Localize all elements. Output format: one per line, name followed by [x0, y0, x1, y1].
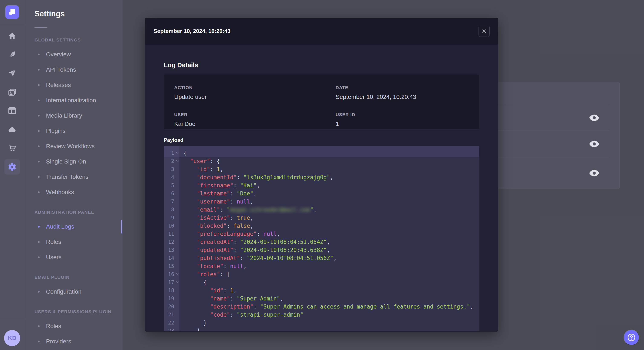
- fold-chevron-icon[interactable]: [176, 273, 179, 275]
- modal-title: September 10, 2024, 10:20:43: [154, 28, 230, 34]
- code-line-1: 1{: [164, 149, 480, 157]
- code-line-18: 18 "id": 1,: [164, 286, 480, 295]
- code-line-12: 12 "createdAt": "2024-09-10T08:04:51.054…: [164, 238, 480, 246]
- log-details-heading: Log Details: [164, 61, 480, 69]
- code-line-17: 17 {: [164, 278, 480, 286]
- field-value: September 10, 2024, 10:20:43: [336, 94, 479, 100]
- code-text: ]: [179, 327, 480, 331]
- line-number: 5: [164, 181, 179, 189]
- close-button[interactable]: [478, 26, 490, 37]
- line-number: 17: [164, 278, 179, 286]
- line-number: 2: [164, 157, 179, 165]
- code-text: {: [179, 278, 480, 286]
- field-value: Kai Doe: [174, 121, 336, 127]
- code-text: {: [179, 149, 480, 157]
- code-text: "updatedAt": "2024-09-10T08:20:43.638Z",: [179, 246, 480, 254]
- line-number: 9: [164, 214, 179, 222]
- code-text: "username": null,: [179, 197, 480, 206]
- line-number: 11: [164, 230, 179, 238]
- code-line-7: 7 "username": null,: [164, 197, 480, 206]
- code-line-20: 20 "description": "Super Admins can acce…: [164, 303, 480, 311]
- line-number: 8: [164, 206, 179, 214]
- code-text: "code": "strapi-super-admin": [179, 311, 480, 319]
- line-number: 16: [164, 270, 179, 278]
- line-number: 23: [164, 327, 179, 331]
- payload-code-editor[interactable]: 1{2 "user": {3 "id": 1,4 "documentId": "…: [164, 146, 480, 331]
- line-number: 19: [164, 295, 179, 303]
- code-text: "name": "Super Admin",: [179, 295, 480, 303]
- code-text: "roles": [: [179, 270, 480, 278]
- code-line-9: 9 "isActive": true,: [164, 214, 480, 222]
- line-number: 22: [164, 319, 179, 327]
- modal-body: Log Details ACTION Update user DATE Sept…: [145, 61, 498, 331]
- code-line-8: 8 "email": "megan.schroeder@mail.com",: [164, 206, 480, 214]
- field-value: Update user: [174, 94, 336, 100]
- field-date: DATE September 10, 2024, 10:20:43: [336, 85, 479, 102]
- code-text: "description": "Super Admins can access …: [179, 303, 480, 311]
- code-line-4: 4 "documentId": "ls3uk3g1xm4ltdrdugzajg0…: [164, 173, 480, 181]
- line-number: 4: [164, 173, 179, 181]
- field-label: USER: [174, 112, 336, 117]
- code-line-11: 11 "preferedLanguage": null,: [164, 230, 480, 238]
- line-number: 13: [164, 246, 179, 254]
- code-line-21: 21 "code": "strapi-super-admin": [164, 311, 480, 319]
- line-number: 6: [164, 189, 179, 197]
- code-line-10: 10 "blocked": false,: [164, 222, 480, 230]
- code-line-13: 13 "updatedAt": "2024-09-10T08:20:43.638…: [164, 246, 480, 254]
- code-line-22: 22 }: [164, 319, 480, 327]
- line-number: 15: [164, 262, 179, 270]
- code-text: "email": "megan.schroeder@mail.com",: [179, 206, 480, 214]
- code-text: "preferedLanguage": null,: [179, 230, 480, 238]
- code-line-23: 23 ]: [164, 327, 480, 331]
- code-text: "blocked": false,: [179, 222, 480, 230]
- code-text: "id": 1,: [179, 165, 480, 173]
- field-label: ACTION: [174, 85, 336, 90]
- code-text: "firstname": "Kai",: [179, 181, 480, 189]
- fold-chevron-icon[interactable]: [176, 281, 179, 283]
- line-number: 7: [164, 197, 179, 206]
- line-number: 10: [164, 222, 179, 230]
- code-text: }: [179, 319, 480, 327]
- field-label: DATE: [336, 85, 479, 90]
- code-line-15: 15 "locale": null,: [164, 262, 480, 270]
- line-number: 1: [164, 149, 179, 157]
- editor-padding: [164, 146, 480, 149]
- line-number: 21: [164, 311, 179, 319]
- log-details-modal: September 10, 2024, 10:20:43 Log Details…: [145, 18, 498, 332]
- modal-header: September 10, 2024, 10:20:43: [145, 18, 498, 45]
- field-label: USER ID: [336, 112, 479, 117]
- code-text: "id": 1,: [179, 286, 480, 295]
- code-text: "publishedAt": "2024-09-10T08:04:51.056Z…: [179, 254, 480, 262]
- code-text: "locale": null,: [179, 262, 480, 270]
- field-user: USER Kai Doe: [174, 112, 336, 129]
- fold-chevron-icon[interactable]: [176, 152, 179, 154]
- field-user-id: USER ID 1: [336, 112, 479, 129]
- close-icon: [482, 29, 486, 34]
- code-text: "lastname": "Doe",: [179, 189, 480, 197]
- code-line-5: 5 "firstname": "Kai",: [164, 181, 480, 189]
- line-number: 18: [164, 286, 179, 295]
- code-text: "user": {: [179, 157, 480, 165]
- line-number: 14: [164, 254, 179, 262]
- line-number: 20: [164, 303, 179, 311]
- code-text: "documentId": "ls3uk3g1xm4ltdrdugzajg0g"…: [179, 173, 480, 181]
- code-line-6: 6 "lastname": "Doe",: [164, 189, 480, 197]
- line-number: 3: [164, 165, 179, 173]
- line-number: 12: [164, 238, 179, 246]
- code-text: "createdAt": "2024-09-10T08:04:51.054Z",: [179, 238, 480, 246]
- fold-chevron-icon[interactable]: [176, 160, 179, 162]
- code-line-19: 19 "name": "Super Admin",: [164, 295, 480, 303]
- field-action: ACTION Update user: [174, 85, 336, 102]
- code-line-16: 16 "roles": [: [164, 270, 480, 278]
- code-line-2: 2 "user": {: [164, 157, 480, 165]
- code-text: "isActive": true,: [179, 214, 480, 222]
- field-value: 1: [336, 121, 479, 127]
- log-details-card: ACTION Update user DATE September 10, 20…: [164, 74, 480, 130]
- code-line-14: 14 "publishedAt": "2024-09-10T08:04:51.0…: [164, 254, 480, 262]
- code-line-3: 3 "id": 1,: [164, 165, 480, 173]
- payload-label: Payload: [164, 137, 480, 143]
